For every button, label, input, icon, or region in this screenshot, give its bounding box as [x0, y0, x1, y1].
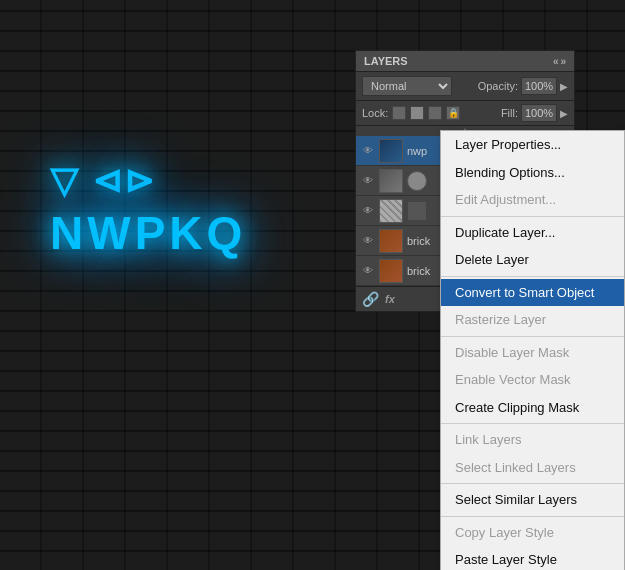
ctx-separator-5	[441, 483, 624, 484]
layers-controls-row: Normal Opacity: ▶	[356, 72, 574, 101]
ctx-paste-layer-style[interactable]: Paste Layer Style	[441, 546, 624, 570]
ctx-select-linked-layers: Select Linked Layers	[441, 454, 624, 482]
layers-title: LAYERS	[364, 55, 408, 67]
visibility-icon[interactable]: 👁	[360, 233, 376, 249]
layers-panel-header: LAYERS «»	[356, 51, 574, 72]
layer-thumbnail	[379, 229, 403, 253]
ctx-separator-4	[441, 423, 624, 424]
opacity-arrow[interactable]: ▶	[560, 81, 568, 92]
fx-icon[interactable]: fx	[385, 293, 395, 305]
lock-label: Lock:	[362, 107, 388, 119]
fill-label: Fill:	[501, 107, 518, 119]
ctx-create-clipping-mask[interactable]: Create Clipping Mask	[441, 394, 624, 422]
visibility-icon[interactable]: 👁	[360, 173, 376, 189]
visibility-icon[interactable]: 👁	[360, 143, 376, 159]
panel-collapse[interactable]: «»	[553, 56, 566, 67]
visibility-icon[interactable]: 👁	[360, 263, 376, 279]
ctx-convert-smart-object[interactable]: Convert to Smart Object	[441, 279, 624, 307]
layer-thumbnail	[379, 259, 403, 283]
ctx-duplicate-layer[interactable]: Duplicate Layer...	[441, 219, 624, 247]
layer-mask-icon	[407, 171, 427, 191]
ctx-separator-6	[441, 516, 624, 517]
layer-thumbnail	[379, 199, 403, 223]
ctx-select-similar-layers[interactable]: Select Similar Layers	[441, 486, 624, 514]
layer-thumbnail	[379, 139, 403, 163]
context-menu: Layer Properties... Blending Options... …	[440, 130, 625, 570]
fill-input[interactable]	[521, 104, 557, 122]
vector-mask-icon	[407, 201, 427, 221]
layer-thumbnail	[379, 169, 403, 193]
visibility-icon[interactable]: 👁	[360, 203, 376, 219]
blend-mode-select[interactable]: Normal	[362, 76, 452, 96]
ctx-layer-properties[interactable]: Layer Properties...	[441, 131, 624, 159]
lock-move-icon[interactable]	[428, 106, 442, 120]
ctx-delete-layer[interactable]: Delete Layer	[441, 246, 624, 274]
ctx-link-layers: Link Layers	[441, 426, 624, 454]
ctx-blending-options[interactable]: Blending Options...	[441, 159, 624, 187]
ctx-edit-adjustment: Edit Adjustment...	[441, 186, 624, 214]
lock-all-icon[interactable]: 🔒	[446, 106, 460, 120]
link-layers-icon[interactable]: 🔗	[362, 291, 379, 307]
opacity-label: Opacity:	[478, 80, 518, 92]
canvas-logo: ▽ ⊲⊳ NWPKQ	[50, 160, 246, 260]
opacity-input[interactable]	[521, 77, 557, 95]
ctx-disable-layer-mask: Disable Layer Mask	[441, 339, 624, 367]
ctx-separator-1	[441, 216, 624, 217]
ctx-copy-layer-style: Copy Layer Style	[441, 519, 624, 547]
fill-arrow[interactable]: ▶	[560, 108, 568, 119]
lock-paint-icon[interactable]	[410, 106, 424, 120]
ctx-rasterize-layer: Rasterize Layer	[441, 306, 624, 334]
ctx-separator-2	[441, 276, 624, 277]
lock-position-icon[interactable]	[392, 106, 406, 120]
ctx-enable-vector-mask: Enable Vector Mask	[441, 366, 624, 394]
ctx-separator-3	[441, 336, 624, 337]
lock-fill-row: Lock: 🔒 Fill: ▶	[356, 101, 574, 126]
